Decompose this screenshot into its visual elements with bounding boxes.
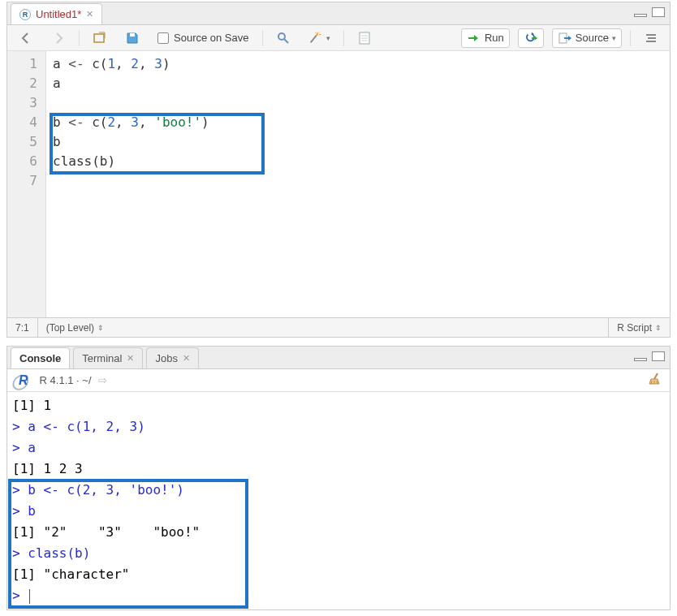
checkbox-icon <box>157 32 169 44</box>
code-line[interactable] <box>53 93 663 113</box>
nav-forward-button[interactable] <box>46 29 71 47</box>
console-tab-bar: Console Terminal ✕ Jobs ✕ <box>7 347 670 369</box>
console-header-bar: ◯ R R 4.1.1 · ~/ ⇨ <box>7 369 670 392</box>
maximize-pane-icon[interactable] <box>652 351 665 361</box>
r-file-icon: R <box>19 9 31 20</box>
svg-line-4 <box>310 35 316 42</box>
svg-rect-0 <box>94 34 104 42</box>
scope-navigator[interactable]: (Top Level) ⇕ <box>38 318 610 337</box>
svg-line-3 <box>284 39 288 43</box>
compile-report-button[interactable] <box>352 29 377 47</box>
code-editor[interactable]: 1234567 a <- c(1, 2, 3)a b <- c(2, 3, 'b… <box>7 51 670 317</box>
tab-title: Untitled1* <box>36 8 81 20</box>
clear-console-icon[interactable] <box>647 372 663 389</box>
console-pane: Console Terminal ✕ Jobs ✕ ◯ R R 4.1.1 · … <box>6 346 671 610</box>
save-button[interactable] <box>120 29 144 47</box>
close-tab-icon[interactable]: ✕ <box>183 353 190 364</box>
maximize-pane-icon[interactable] <box>652 7 665 17</box>
source-tab-bar: R Untitled1* ✕ <box>7 2 670 25</box>
nav-back-button[interactable] <box>14 29 38 47</box>
console-output[interactable]: [1] 1> a <- c(1, 2, 3)> a[1] 1 2 3> b <-… <box>7 392 670 610</box>
console-output-line: [1] 1 2 3 <box>12 459 665 480</box>
console-input-line: > a <- c(1, 2, 3) <box>12 416 665 437</box>
chevron-down-icon: ▾ <box>612 34 616 42</box>
svg-rect-1 <box>130 33 135 37</box>
source-file-tab[interactable]: R Untitled1* ✕ <box>11 3 102 24</box>
updown-icon: ⇕ <box>97 324 104 332</box>
minimize-pane-icon[interactable] <box>634 14 647 17</box>
svg-point-5 <box>316 33 317 35</box>
show-in-new-window-button[interactable] <box>88 29 112 47</box>
source-pane: R Untitled1* ✕ Source on Save <box>6 2 671 338</box>
annotation-highlight-box <box>50 113 265 174</box>
code-line[interactable]: a <- c(1, 2, 3) <box>53 54 663 74</box>
svg-line-7 <box>318 32 319 32</box>
annotation-highlight-box <box>8 479 248 609</box>
minimize-pane-icon[interactable] <box>634 358 647 361</box>
console-output-line: [1] 1 <box>12 395 665 416</box>
tab-jobs[interactable]: Jobs ✕ <box>146 347 198 368</box>
rerun-button[interactable] <box>518 28 544 48</box>
source-status-bar: 7:1 (Top Level) ⇕ R Script ⇕ <box>7 317 670 337</box>
find-button[interactable] <box>271 29 295 47</box>
source-menu-button[interactable]: Source ▾ <box>552 28 622 48</box>
close-tab-icon[interactable]: ✕ <box>127 353 134 364</box>
line-number-gutter: 1234567 <box>7 51 46 317</box>
pane-window-controls <box>634 351 665 361</box>
close-tab-icon[interactable]: ✕ <box>86 9 93 19</box>
tab-console[interactable]: Console <box>11 347 70 368</box>
chevron-down-icon: ▾ <box>326 34 330 42</box>
pane-window-controls <box>634 7 665 17</box>
code-line[interactable]: a <box>53 74 663 93</box>
svg-point-2 <box>278 33 285 40</box>
console-input-line: > a <box>12 437 665 459</box>
r-version-label: R 4.1.1 · ~/ <box>40 374 92 386</box>
source-on-save-checkbox[interactable]: Source on Save <box>153 30 254 45</box>
run-button[interactable]: Run <box>461 28 510 48</box>
code-area[interactable]: a <- c(1, 2, 3)a b <- c(2, 3, 'boo!')bcl… <box>46 51 670 317</box>
r-logo-icon: ◯ R <box>14 373 28 388</box>
tab-terminal[interactable]: Terminal ✕ <box>73 347 143 368</box>
code-tools-button[interactable]: ▾ <box>304 29 335 47</box>
filetype-selector[interactable]: R Script ⇕ <box>609 318 670 337</box>
source-toolbar: Source on Save ▾ Run Source ▾ <box>7 25 670 51</box>
outline-button[interactable] <box>639 29 663 47</box>
svg-line-9 <box>315 32 316 32</box>
svg-line-21 <box>654 373 658 379</box>
cursor-position: 7:1 <box>7 318 38 337</box>
updown-icon: ⇕ <box>655 324 662 332</box>
go-to-dir-icon[interactable]: ⇨ <box>98 374 107 386</box>
